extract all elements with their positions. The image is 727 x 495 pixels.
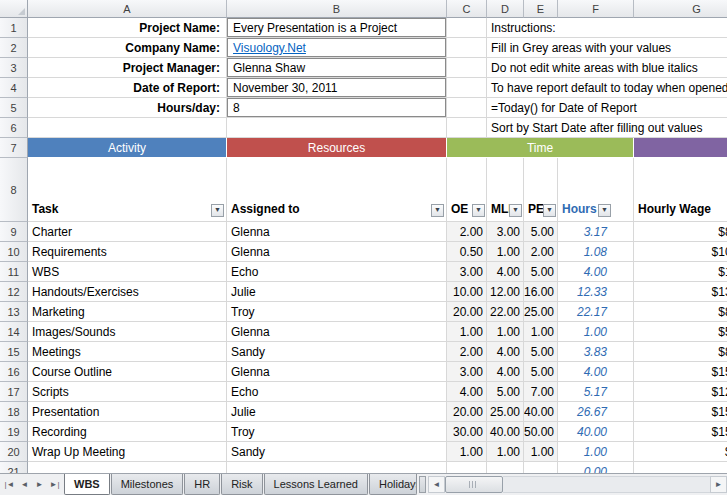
hours-cell[interactable]: 40.00 — [558, 422, 634, 442]
mle-cell[interactable]: 1.00 — [487, 322, 524, 342]
sheet-tab-holidays[interactable]: Holidays — [369, 474, 417, 495]
tab-nav-last-button[interactable]: ►| — [47, 477, 62, 493]
row-header-14[interactable]: 14 — [0, 322, 28, 342]
column-filter-header-mle[interactable]: MLE▼ — [487, 158, 524, 222]
assigned-cell[interactable]: Troy — [227, 422, 447, 442]
pe-cell[interactable]: 7.00 — [524, 382, 558, 402]
info-value-cell[interactable]: November 30, 2011 — [227, 78, 447, 98]
oe-cell[interactable]: 4.00 — [447, 382, 487, 402]
oe-cell[interactable]: 1.00 — [447, 322, 487, 342]
task-cell[interactable]: Charter — [28, 222, 227, 242]
task-cell[interactable]: Requirements — [28, 242, 227, 262]
row-header-11[interactable]: 11 — [0, 262, 28, 282]
empty-cell[interactable] — [28, 118, 227, 138]
row-header-19[interactable]: 19 — [0, 422, 28, 442]
tab-nav-prev-button[interactable]: ◄ — [17, 477, 32, 493]
sheet-tab-wbs[interactable]: WBS — [64, 474, 110, 495]
pe-cell[interactable]: 5.00 — [524, 342, 558, 362]
task-cell[interactable]: Wrap Up Meeting — [28, 442, 227, 462]
wage-cell[interactable]: $120.00 — [634, 382, 727, 402]
oe-cell[interactable]: 20.00 — [447, 402, 487, 422]
assigned-cell[interactable]: Julie — [227, 402, 447, 422]
wage-cell[interactable]: $130.00 — [634, 282, 727, 302]
wage-cell[interactable]: $8.00 — [634, 442, 727, 462]
tab-nav-first-button[interactable]: |◄ — [2, 477, 17, 493]
wage-cell[interactable]: $80.00 — [634, 302, 727, 322]
oe-cell[interactable]: 20.00 — [447, 302, 487, 322]
empty-cell[interactable] — [487, 462, 524, 473]
info-label-cell[interactable]: Company Name: — [28, 38, 227, 58]
autofilter-dropdown-icon[interactable]: ▼ — [472, 204, 485, 217]
wage-cell[interactable]: $80.00 — [634, 342, 727, 362]
assigned-cell[interactable]: Glenna — [227, 242, 447, 262]
autofilter-dropdown-icon[interactable]: ▼ — [598, 204, 611, 217]
oe-cell[interactable]: 0.50 — [447, 242, 487, 262]
col-header-c[interactable]: C — [447, 0, 487, 18]
hours-cell[interactable]: 5.17 — [558, 382, 634, 402]
pe-cell[interactable]: 1.00 — [524, 442, 558, 462]
oe-cell[interactable]: 2.00 — [447, 222, 487, 242]
wage-cell[interactable]: $150.00 — [634, 362, 727, 382]
hours-cell[interactable]: 12.33 — [558, 282, 634, 302]
category-band-time[interactable]: Time — [447, 138, 634, 158]
hours-total-cell[interactable]: 0.00 — [558, 462, 634, 473]
mle-cell[interactable]: 3.00 — [487, 222, 524, 242]
column-filter-header-hourly-wage[interactable]: Hourly Wage — [634, 158, 727, 222]
mle-cell[interactable]: 12.00 — [487, 282, 524, 302]
empty-cell[interactable] — [634, 462, 727, 473]
assigned-cell[interactable]: Glenna — [227, 362, 447, 382]
autofilter-dropdown-icon[interactable]: ▼ — [509, 204, 522, 217]
wage-cell[interactable]: $50.00 — [634, 322, 727, 342]
scroll-left-icon[interactable]: ◄ — [428, 476, 445, 493]
hours-cell[interactable]: 4.00 — [558, 362, 634, 382]
info-label-cell[interactable]: Project Manager: — [28, 58, 227, 78]
mle-cell[interactable]: 40.00 — [487, 422, 524, 442]
hours-cell[interactable]: 22.17 — [558, 302, 634, 322]
hours-cell[interactable]: 1.00 — [558, 322, 634, 342]
hours-cell[interactable]: 3.83 — [558, 342, 634, 362]
empty-cell[interactable] — [447, 78, 487, 98]
mle-cell[interactable]: 4.00 — [487, 262, 524, 282]
row-header-20[interactable]: 20 — [0, 442, 28, 462]
pe-cell[interactable]: 2.00 — [524, 242, 558, 262]
row-header-4[interactable]: 4 — [0, 78, 28, 98]
pe-cell[interactable]: 5.00 — [524, 362, 558, 382]
assigned-cell[interactable]: Troy — [227, 302, 447, 322]
assigned-cell[interactable]: Sandy — [227, 442, 447, 462]
row-header-17[interactable]: 17 — [0, 382, 28, 402]
autofilter-dropdown-icon[interactable]: ▼ — [543, 204, 556, 217]
empty-cell[interactable] — [447, 58, 487, 78]
row-header-6[interactable]: 6 — [0, 118, 28, 138]
row-header-21[interactable]: 21 — [0, 462, 28, 473]
pe-cell[interactable]: 16.00 — [524, 282, 558, 302]
mle-cell[interactable]: 1.00 — [487, 442, 524, 462]
select-all-corner[interactable] — [0, 0, 28, 18]
task-cell[interactable]: Marketing — [28, 302, 227, 322]
assigned-cell[interactable]: Echo — [227, 262, 447, 282]
wage-cell[interactable]: $15.00 — [634, 262, 727, 282]
info-value-cell[interactable]: Every Presentation is a Project — [227, 18, 447, 38]
pe-cell[interactable]: 50.00 — [524, 422, 558, 442]
hours-cell[interactable]: 26.67 — [558, 402, 634, 422]
oe-cell[interactable]: 1.00 — [447, 442, 487, 462]
pe-cell[interactable]: 40.00 — [524, 402, 558, 422]
oe-cell[interactable]: 10.00 — [447, 282, 487, 302]
autofilter-dropdown-icon[interactable]: ▼ — [211, 204, 224, 217]
category-band-resources[interactable]: Resources — [227, 138, 447, 158]
info-value-cell[interactable]: Glenna Shaw — [227, 58, 447, 78]
row-header-1[interactable]: 1 — [0, 18, 28, 38]
sheet-tab-lessons-learned[interactable]: Lessons Learned — [264, 474, 368, 495]
col-header-a[interactable]: A — [28, 0, 227, 18]
pe-cell[interactable]: 5.00 — [524, 262, 558, 282]
sheet-tab-milestones[interactable]: Milestones — [111, 474, 184, 495]
category-band-wage[interactable] — [634, 138, 727, 158]
empty-cell[interactable] — [447, 98, 487, 118]
wage-cell[interactable]: $150.00 — [634, 402, 727, 422]
mle-cell[interactable]: 1.00 — [487, 242, 524, 262]
task-cell[interactable]: Recording — [28, 422, 227, 442]
empty-cell[interactable] — [447, 462, 487, 473]
row-header-15[interactable]: 15 — [0, 342, 28, 362]
assigned-cell[interactable]: Julie — [227, 282, 447, 302]
row-header-3[interactable]: 3 — [0, 58, 28, 78]
tab-splitter[interactable] — [419, 476, 426, 493]
